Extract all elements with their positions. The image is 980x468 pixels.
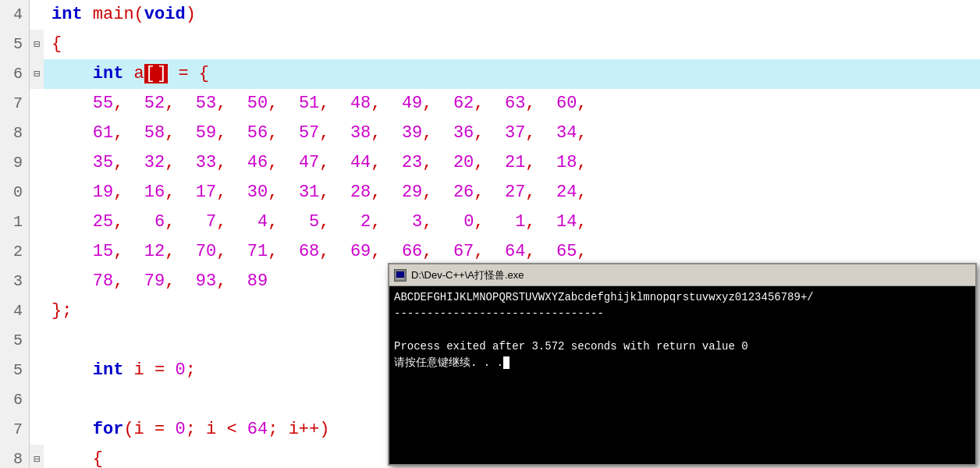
line-content: int a[] = { [44, 59, 980, 89]
line-content: int i = 0; [44, 356, 196, 385]
line-content: 61, 58, 59, 56, 57, 38, 39, 36, 37, 34, [44, 119, 588, 148]
code-line-4: 4 int main(void) [0, 0, 980, 30]
line-content: { [44, 30, 62, 59]
line-content: }; [44, 296, 72, 326]
line-content: 35, 32, 33, 46, 47, 44, 23, 20, 21, 18, [44, 148, 588, 178]
line-content: int main(void) [44, 0, 196, 30]
terminal-line-2: -------------------------------- [394, 306, 971, 322]
line-content: for(i = 0; i < 64; i++) [44, 415, 329, 445]
svg-rect-1 [396, 271, 404, 278]
line-number: 8 [0, 119, 30, 148]
line-content: 55, 52, 53, 50, 51, 48, 49, 62, 63, 60, [44, 89, 588, 119]
line-number: 6 [0, 59, 30, 89]
terminal-app-icon [394, 269, 407, 282]
terminal-cursor [503, 356, 510, 369]
svg-rect-2 [396, 278, 404, 279]
line-number: 5 [0, 30, 30, 59]
line-number: 7 [0, 415, 30, 445]
line-content: 25, 6, 7, 4, 5, 2, 3, 0, 1, 14, [44, 207, 588, 237]
line-content: 78, 79, 93, 89 [44, 267, 268, 296]
code-line-8: 8 61, 58, 59, 56, 57, 38, 39, 36, 37, 34… [0, 119, 980, 148]
fold-indicator[interactable]: ⊟ [30, 445, 44, 468]
line-number: 8 [0, 445, 30, 468]
code-line-10: 0 19, 16, 17, 30, 31, 28, 29, 26, 27, 24… [0, 178, 980, 207]
code-line-6: 6 ⊟ int a[] = { [0, 59, 980, 89]
line-number: 4 [0, 0, 30, 30]
fold-indicator[interactable]: ⊟ [30, 59, 44, 89]
terminal-titlebar: D:\Dev-C++\A打怪兽.exe [389, 264, 975, 286]
line-number: 7 [0, 89, 30, 119]
terminal-body: ABCDEFGHIJKLMNOPQRSTUVWXYZabcdefghijklmn… [389, 286, 975, 374]
line-number: 6 [0, 385, 30, 415]
code-line-9: 9 35, 32, 33, 46, 47, 44, 23, 20, 21, 18… [0, 148, 980, 178]
fold-indicator[interactable]: ⊟ [30, 30, 44, 59]
line-number: 5 [0, 356, 30, 385]
code-line-7: 7 55, 52, 53, 50, 51, 48, 49, 62, 63, 60… [0, 89, 980, 119]
line-number: 5 [0, 326, 30, 356]
cmd-icon [396, 271, 405, 280]
code-line-5: 5 ⊟ { [0, 30, 980, 59]
terminal-line-4: 请按任意键继续. . . [394, 355, 971, 371]
terminal-line-empty [394, 322, 971, 339]
terminal-line-1: ABCDEFGHIJKLMNOPQRSTUVWXYZabcdefghijklmn… [394, 289, 971, 306]
line-number: 3 [0, 267, 30, 296]
code-line-11: 1 25, 6, 7, 4, 5, 2, 3, 0, 1, 14, [0, 207, 980, 237]
line-number: 2 [0, 237, 30, 267]
line-number: 1 [0, 207, 30, 237]
line-content: 19, 16, 17, 30, 31, 28, 29, 26, 27, 24, [44, 178, 588, 207]
line-content: { [44, 445, 103, 468]
terminal-title-text: D:\Dev-C++\A打怪兽.exe [411, 268, 971, 282]
line-number: 9 [0, 148, 30, 178]
terminal-line-3: Process exited after 3.572 seconds with … [394, 339, 971, 355]
line-number: 4 [0, 296, 30, 326]
terminal-window[interactable]: D:\Dev-C++\A打怪兽.exe ABCDEFGHIJKLMNOPQRST… [388, 263, 977, 466]
line-number: 0 [0, 178, 30, 207]
